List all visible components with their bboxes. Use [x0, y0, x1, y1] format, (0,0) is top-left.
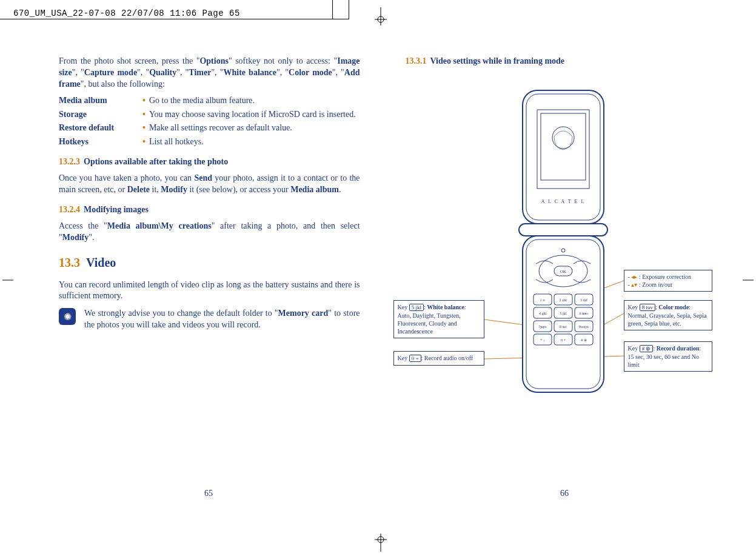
header-rule — [0, 19, 336, 19]
subheading-13-3-1: 13.3.1Video settings while in framing mo… — [406, 56, 720, 67]
table-row: Restore default•Make all settings recove… — [59, 122, 360, 134]
heading-13-3: 13.3Video — [59, 255, 360, 271]
options-table: Media album•Go to the media album featur… — [59, 95, 360, 149]
svg-text:* ↓: * ↓ — [540, 338, 545, 342]
print-header: 670_UM_USA_22-07-08 22/07/08 11:06 Page … — [13, 8, 240, 18]
svg-rect-18 — [519, 224, 607, 236]
subheading-13-2-4: 13.2.4Modifying images — [59, 204, 360, 216]
table-row: Media album•Go to the media album featur… — [59, 95, 360, 107]
svg-text:2 abc: 2 abc — [559, 298, 567, 302]
table-row: Hotkeys•List all hotkeys. — [59, 136, 360, 148]
svg-text:5 jkl: 5 jkl — [560, 312, 566, 315]
registration-mark-right — [743, 274, 754, 286]
tip-row: ✺ We strongly advise you to change the d… — [59, 308, 360, 336]
paragraph: Access the "Media album\My creations" af… — [59, 221, 360, 244]
svg-text:9wxyz: 9wxyz — [579, 325, 589, 329]
svg-text:7pqrs: 7pqrs — [538, 325, 547, 329]
page-left: From the photo shot screen, press the "O… — [59, 56, 360, 429]
svg-text:OK: OK — [560, 269, 566, 274]
svg-rect-16 — [541, 113, 586, 180]
phone-diagram: Key 5 jkl: White balance: Auto, Daylight… — [406, 89, 720, 429]
svg-text:3 def: 3 def — [580, 298, 587, 302]
header-box — [332, 0, 349, 19]
registration-mark-bottom — [375, 534, 387, 552]
subheading-13-2-3: 13.2.3Options available after taking the… — [59, 156, 360, 168]
svg-text:4 ghi: 4 ghi — [538, 312, 546, 315]
page-number-left: 65 — [204, 489, 213, 498]
svg-text:0 +: 0 + — [561, 338, 566, 342]
phone-brand-label: A L C A T E L — [541, 199, 585, 204]
svg-text:6 mno: 6 mno — [579, 312, 588, 315]
table-row: Storage•You may choose saving location i… — [59, 109, 360, 121]
registration-mark-left — [2, 274, 13, 286]
paragraph: You can record unlimited length of video… — [59, 280, 360, 303]
intro-paragraph: From the photo shot screen, press the "O… — [59, 56, 360, 90]
page-number-right: 66 — [560, 489, 569, 498]
svg-text:8 tuv: 8 tuv — [559, 325, 566, 329]
registration-mark-top — [375, 7, 387, 25]
tip-text: We strongly advise you to change the def… — [84, 308, 360, 331]
paragraph: Once you have taken a photo, you can Sen… — [59, 173, 360, 196]
svg-text:# ⊕: # ⊕ — [581, 338, 587, 342]
phone-icon: A L C A T E L OK 1 ∞ 2 abc — [512, 89, 615, 404]
tip-lightbulb-icon: ✺ — [59, 308, 76, 325]
svg-text:1 ∞: 1 ∞ — [540, 298, 545, 302]
page-right: 13.3.1Video settings while in framing mo… — [406, 56, 720, 429]
